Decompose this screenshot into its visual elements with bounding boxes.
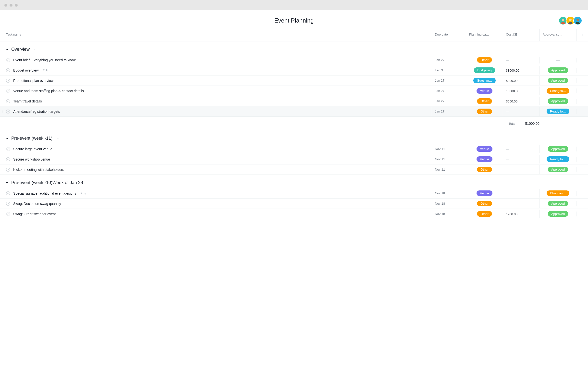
task-name-cell[interactable]: Promotional plan overview <box>0 76 432 85</box>
category-cell[interactable]: Guest m… <box>466 76 503 85</box>
approval-pill[interactable]: Changes… <box>547 190 569 196</box>
drag-handle-icon[interactable]: ⋮⋮ <box>1 111 6 112</box>
column-due-date[interactable]: Due date <box>432 29 466 41</box>
task-row[interactable]: Kickoff meeting with stakeholdersNov 11O… <box>0 164 588 175</box>
due-date-cell[interactable]: Nov 18 <box>432 210 466 218</box>
approval-cell[interactable]: Ready fo… <box>539 155 576 163</box>
task-row[interactable]: Team travel detailsJan 27Other3000.00App… <box>0 96 588 106</box>
approval-cell[interactable]: Approved <box>539 210 576 218</box>
cost-cell[interactable]: 5000.00 <box>503 76 539 85</box>
column-cost[interactable]: Cost [$] <box>503 29 539 41</box>
task-row[interactable]: Swag: Order swag for eventNov 18Other120… <box>0 209 588 219</box>
complete-checkbox-icon[interactable] <box>6 68 10 73</box>
due-date-cell[interactable]: Jan 27 <box>432 97 466 105</box>
category-pill[interactable]: Venue <box>477 156 492 162</box>
task-row[interactable]: Venue and team staffing plan & contact d… <box>0 86 588 96</box>
approval-pill[interactable]: Approved <box>548 167 568 172</box>
complete-checkbox-icon[interactable] <box>6 89 10 93</box>
approval-pill[interactable]: Approved <box>548 146 568 152</box>
task-row[interactable]: Event brief: Everything you need to know… <box>0 55 588 65</box>
category-pill[interactable]: Budgeting <box>474 67 495 73</box>
task-name-cell[interactable]: Swag: Order swag for event <box>0 210 432 218</box>
complete-checkbox-icon[interactable] <box>6 147 10 151</box>
approval-cell[interactable]: Changes… <box>539 87 576 95</box>
category-cell[interactable]: Other <box>466 210 503 218</box>
category-cell[interactable]: Other <box>466 97 503 105</box>
task-name-cell[interactable]: Special signage, additional event design… <box>0 189 432 198</box>
approval-cell[interactable]: — <box>539 57 576 63</box>
cost-cell[interactable]: 33000.00 <box>503 66 539 75</box>
chevron-down-icon[interactable] <box>6 49 8 50</box>
category-pill[interactable]: Venue <box>477 146 492 152</box>
category-cell[interactable]: Other <box>466 56 503 64</box>
task-row[interactable]: Secure workshop venueNov 11Venue—Ready f… <box>0 154 588 164</box>
window-close-icon[interactable] <box>4 4 7 7</box>
cost-cell[interactable]: 1200.00 <box>503 210 539 218</box>
chevron-down-icon[interactable] <box>6 138 8 139</box>
task-name-cell[interactable]: Swag: Decide on swag quantity <box>0 200 432 208</box>
task-name-cell[interactable]: Secure large event venue <box>0 145 432 153</box>
due-date-cell[interactable]: Jan 27 <box>432 56 466 64</box>
window-maximize-icon[interactable] <box>15 4 18 7</box>
complete-checkbox-icon[interactable] <box>6 212 10 216</box>
avatar[interactable] <box>573 16 582 25</box>
approval-cell[interactable]: Approved <box>539 97 576 105</box>
category-cell[interactable]: Venue <box>466 189 503 198</box>
category-pill[interactable]: Other <box>477 167 492 172</box>
column-planning-category[interactable]: Planning ca… <box>466 29 503 41</box>
add-column-button[interactable]: + <box>576 29 588 41</box>
complete-checkbox-icon[interactable] <box>6 167 10 172</box>
approval-cell[interactable]: Approved <box>539 76 576 85</box>
approval-cell[interactable]: Changes… <box>539 189 576 198</box>
category-cell[interactable]: Venue <box>466 155 503 163</box>
section-actions-icon[interactable]: ··· <box>55 137 60 140</box>
approval-cell[interactable]: Ready fo… <box>539 107 576 116</box>
category-pill[interactable]: Venue <box>477 190 492 196</box>
task-name-cell[interactable]: Venue and team staffing plan & contact d… <box>0 87 432 95</box>
approval-pill[interactable]: Approved <box>548 98 568 104</box>
approval-pill[interactable]: Approved <box>548 201 568 206</box>
due-date-cell[interactable]: Nov 11 <box>432 155 466 163</box>
approval-pill[interactable]: Approved <box>548 78 568 83</box>
section-actions-icon[interactable]: ··· <box>86 181 90 185</box>
complete-checkbox-icon[interactable] <box>6 201 10 206</box>
due-date-cell[interactable]: Jan 27 <box>432 107 466 116</box>
due-date-cell[interactable]: Nov 11 <box>432 145 466 153</box>
task-row[interactable]: Budget overview2 Feb 3Budgeting33000.00A… <box>0 65 588 75</box>
chevron-down-icon[interactable] <box>6 182 8 184</box>
complete-checkbox-icon[interactable] <box>6 191 10 196</box>
window-minimize-icon[interactable] <box>10 4 12 7</box>
section-actions-icon[interactable]: ··· <box>33 48 37 51</box>
complete-checkbox-icon[interactable] <box>6 109 10 114</box>
complete-checkbox-icon[interactable] <box>6 78 10 83</box>
complete-checkbox-icon[interactable] <box>6 157 10 162</box>
category-pill[interactable]: Other <box>477 201 492 206</box>
approval-cell[interactable]: Approved <box>539 145 576 153</box>
approval-pill[interactable]: Approved <box>548 67 568 73</box>
cost-cell[interactable]: 10000.00 <box>503 87 539 95</box>
task-name-cell[interactable]: Secure workshop venue <box>0 155 432 163</box>
task-row[interactable]: Swag: Decide on swag quantityNov 18Other… <box>0 199 588 209</box>
cost-cell[interactable]: — <box>503 189 539 198</box>
cost-cell[interactable]: — <box>503 199 539 208</box>
task-name-cell[interactable]: Attendance/registration targets <box>0 107 432 116</box>
cost-cell[interactable]: — <box>503 155 539 164</box>
category-cell[interactable]: Venue <box>466 145 503 153</box>
due-date-cell[interactable]: Nov 18 <box>432 189 466 198</box>
task-name-cell[interactable]: Team travel details <box>0 97 432 105</box>
complete-checkbox-icon[interactable] <box>6 99 10 103</box>
due-date-cell[interactable]: Jan 27 <box>432 87 466 95</box>
category-pill[interactable]: Other <box>477 57 492 63</box>
task-row[interactable]: Promotional plan overviewJan 27Guest m…5… <box>0 75 588 86</box>
approval-cell[interactable]: Approved <box>539 165 576 174</box>
task-row[interactable]: Special signage, additional event design… <box>0 188 588 199</box>
task-name-cell[interactable]: Kickoff meeting with stakeholders <box>0 165 432 174</box>
cost-cell[interactable]: — <box>503 107 539 116</box>
category-cell[interactable]: Venue <box>466 87 503 95</box>
approval-pill[interactable]: Changes… <box>547 88 569 94</box>
task-name-cell[interactable]: Budget overview2 <box>0 66 432 75</box>
category-pill[interactable]: Venue <box>477 88 492 94</box>
due-date-cell[interactable]: Feb 3 <box>432 66 466 75</box>
cost-cell[interactable]: — <box>503 165 539 174</box>
approval-cell[interactable]: Approved <box>539 199 576 208</box>
